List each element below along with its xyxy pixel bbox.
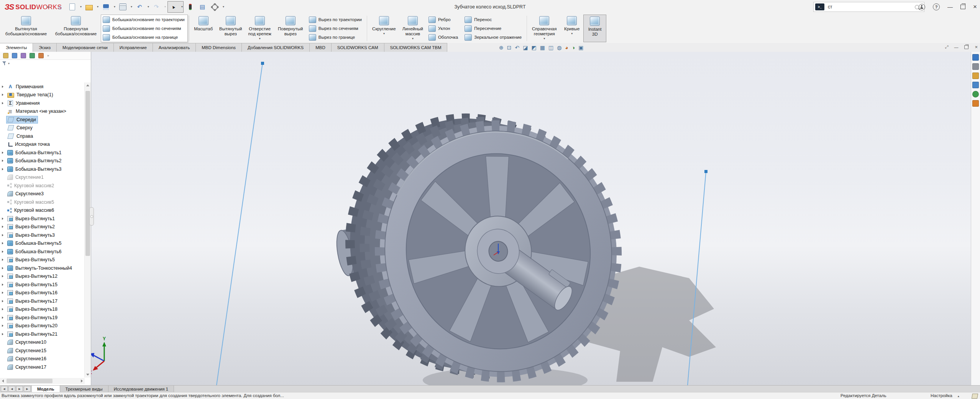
qat-button-select-cursor[interactable]: ▲ (167, 1, 184, 13)
qat-button-settings[interactable] (209, 1, 225, 13)
stack-command-shell[interactable]: Оболочка (427, 33, 460, 41)
filter-caret-icon[interactable]: ▾ (8, 62, 10, 65)
tree-horizontal-scrollbar[interactable] (0, 378, 85, 384)
expand-arrow-icon[interactable] (2, 267, 6, 269)
expand-arrow-icon[interactable] (2, 102, 6, 104)
tree-item-cirpattern[interactable]: Круговой массив2 (0, 181, 85, 190)
fillet-button[interactable]: Скругление (368, 15, 400, 42)
stack-command-draft[interactable]: Уклон (427, 24, 460, 33)
gear-model[interactable] (318, 95, 636, 385)
view-tool-edit-appearance[interactable]: ◕ (565, 45, 568, 50)
view-tool-view-orientation[interactable]: ▦ (540, 45, 545, 50)
panel-tabs-chevron-icon[interactable]: » (47, 54, 49, 58)
expand-arrow-icon[interactable] (2, 259, 6, 261)
view-tool-zoom-fit[interactable]: ⊕ (499, 45, 504, 50)
tree-item-boss[interactable]: Вытянуть-Тонкостенный4 (0, 264, 85, 272)
expand-arrow-icon[interactable] (2, 168, 6, 170)
tab-nav-icon-nav-first[interactable]: ◀ (1, 386, 8, 392)
tree-item-fillet[interactable]: Скругление1 (0, 173, 85, 182)
qat-button-new-file[interactable] (66, 1, 82, 13)
expand-arrow-icon[interactable] (2, 308, 6, 310)
tree-item-cut[interactable]: Вырез-Вытянуть17 (0, 297, 85, 305)
scroll-down-icon[interactable] (86, 374, 89, 376)
tree-item-boss[interactable]: Бобышка-Вытянуть1 (0, 148, 85, 157)
task-pane-icon-design-library[interactable] (972, 63, 979, 70)
commandmanager-tab[interactable]: Добавления SOLIDWORKS (242, 43, 310, 52)
tab-nav-icon-nav-next[interactable]: ▶ (16, 386, 23, 392)
view-tool-zoom-area[interactable]: ⊡ (507, 45, 512, 50)
tree-item-cirpattern[interactable]: Круговой массив5 (0, 198, 85, 206)
help-icon[interactable]: ? (933, 3, 940, 10)
displaymanager-tab-icon[interactable] (38, 53, 44, 58)
expand-arrow-icon[interactable] (2, 317, 6, 319)
doc-close-icon[interactable]: × (975, 44, 978, 50)
stack-command-sweep-boss[interactable]: Бобышка/основание по траектории (102, 15, 187, 24)
expand-arrow-icon[interactable] (2, 218, 6, 220)
qat-button-undo[interactable]: ↶ (134, 1, 150, 13)
expand-arrow-icon[interactable] (2, 284, 6, 286)
doc-expand-icon[interactable]: ⤢ (945, 45, 949, 49)
expand-arrow-icon[interactable] (2, 94, 6, 96)
commandmanager-tab[interactable]: Исправление (114, 43, 153, 52)
tree-item-boss[interactable]: Бобышка-Вытянуть6 (0, 247, 85, 256)
tree-item-cut[interactable]: Вырез-Вытянуть15 (0, 280, 85, 289)
commandmanager-tab[interactable]: Эскиз (33, 43, 57, 52)
view-tool-hide-show-items[interactable]: ◍ (557, 45, 561, 50)
tree-item-plane[interactable]: Справа (0, 132, 85, 140)
tree-item-plane[interactable]: Сверху (0, 124, 85, 132)
revolved-boss-button[interactable]: Повернутая бобышка/основание (51, 15, 101, 42)
tree-item-cut[interactable]: Вырез-Вытянуть19 (0, 313, 85, 322)
expand-arrow-icon[interactable] (2, 333, 6, 335)
search-box[interactable]: >_ ▾ (813, 2, 924, 12)
task-pane-icon-appearances[interactable] (972, 91, 979, 97)
tree-item-cut[interactable]: Вырез-Вытянуть3 (0, 231, 85, 239)
task-pane-icon-custom-properties[interactable] (972, 100, 979, 107)
sketch-point-left[interactable] (261, 62, 264, 65)
stack-command-boundary-cut[interactable]: Вырез по границе (308, 33, 364, 41)
stack-command-move[interactable]: Перенос (463, 15, 524, 24)
view-tool-display-style[interactable]: ◫ (548, 45, 553, 50)
commandmanager-tab[interactable]: Анализировать (153, 43, 196, 52)
hole-wizard-button[interactable]: Отверстие под крепеж (245, 15, 275, 42)
scale-button[interactable]: Масштаб (190, 15, 217, 42)
expand-arrow-icon[interactable] (2, 300, 6, 302)
instant3d-button[interactable]: Instant 3D (583, 15, 606, 42)
view-tool-annotation-views[interactable]: ◩ (531, 45, 536, 50)
commandmanager-tab[interactable]: Элементы (0, 43, 33, 52)
tree-item-boss[interactable]: Бобышка-Вытянуть3 (0, 165, 85, 173)
tab-nav-icon-nav-prev[interactable]: ◀ (8, 386, 15, 392)
view-tool-previous-view[interactable]: ↶ (515, 45, 519, 50)
configurationmanager-tab-icon[interactable] (21, 53, 26, 58)
dimxpert-tab-icon[interactable] (30, 53, 35, 58)
document-tab[interactable]: Трехмерные виды (60, 386, 108, 392)
expand-arrow-icon[interactable] (2, 275, 6, 277)
stack-command-intersect[interactable]: Пересечение (463, 24, 524, 33)
task-pane-icon-view-palette[interactable] (972, 82, 979, 88)
tree-item-equations[interactable]: Уравнения (0, 99, 85, 107)
commandmanager-tab[interactable]: Моделирование сетки (57, 43, 114, 52)
stack-command-loft-boss[interactable]: Бобышка/основание по сечениям (102, 24, 187, 33)
tree-item-cut[interactable]: Вырез-Вытянуть20 (0, 322, 85, 330)
revolved-cut-button[interactable]: Повернутый вырез (275, 15, 306, 42)
qat-button-home[interactable]: ⌂ (54, 1, 66, 13)
document-tab[interactable]: Исследование движения 1 (108, 386, 174, 392)
view-tool-section-view[interactable]: ◪ (523, 45, 528, 50)
commandmanager-tab[interactable]: MBD (310, 43, 332, 52)
stack-command-mirror[interactable]: Зеркальное отражение (463, 33, 524, 41)
qat-button-save[interactable] (100, 1, 116, 13)
search-input[interactable] (827, 4, 915, 10)
commandmanager-tab[interactable]: MBD Dimensions (196, 43, 242, 52)
stack-command-boundary-boss[interactable]: Бобышка/основание на границе (102, 33, 187, 41)
qat-button-performance[interactable] (184, 1, 196, 13)
featuremanager-tab-icon[interactable] (3, 53, 8, 58)
tree-item-cut[interactable]: Вырез-Вытянуть1 (0, 214, 85, 223)
expand-arrow-icon[interactable] (2, 152, 6, 154)
tree-item-cirpattern[interactable]: Круговой массив6 (0, 206, 85, 215)
expand-arrow-icon[interactable] (2, 251, 6, 253)
extruded-cut-button[interactable]: Вытянутый вырез (217, 15, 245, 42)
expand-arrow-icon[interactable] (2, 86, 6, 88)
qat-button-properties[interactable]: ▤ (197, 1, 208, 13)
tree-item-solid-bodies[interactable]: Твердые тела(1) (0, 91, 85, 99)
expand-arrow-icon[interactable] (2, 242, 6, 244)
expand-arrow-icon[interactable] (2, 226, 6, 228)
